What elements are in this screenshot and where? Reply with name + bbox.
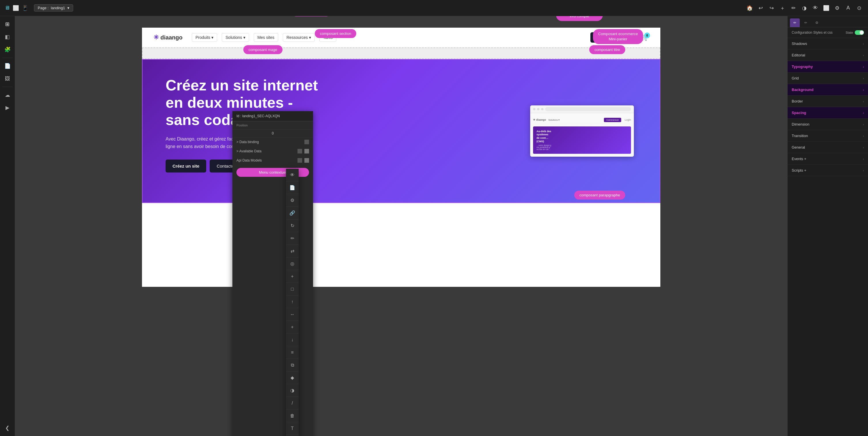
panel-section-editorial[interactable]: Editorial ›: [788, 50, 868, 61]
font-icon[interactable]: A: [844, 5, 852, 11]
tool-link[interactable]: 🔗: [286, 207, 299, 219]
mini-hero-text: Au-delà dessystèmesde cont…(CMS): [536, 130, 627, 144]
nav-link-produits-arrow: ▾: [211, 35, 213, 40]
panel-section-typography[interactable]: Typography ›: [788, 61, 868, 72]
page-selector[interactable]: Page : landing1 ▾: [34, 4, 73, 11]
sidebar-item-pages[interactable]: 📄: [2, 60, 13, 72]
state-label: State: [845, 31, 853, 34]
tool-file[interactable]: 📄: [286, 181, 299, 194]
panel-grid-label: Grid: [792, 76, 799, 80]
panel-dimension-label: Dimension: [792, 122, 809, 126]
tooltip-composant-titre: composant titre: [589, 45, 625, 54]
logo-text: diaango: [160, 34, 183, 41]
panel-section-scripts[interactable]: Scripts + ›: [788, 165, 868, 176]
tool-slash[interactable]: /: [286, 397, 299, 409]
panel-section-spacing[interactable]: Spacing ›: [788, 107, 868, 119]
panel-section-shadows[interactable]: Shadows ›: [788, 38, 868, 50]
settings-icon[interactable]: ⚙: [833, 5, 841, 11]
tool-pen[interactable]: ✏: [286, 232, 299, 245]
edit-icon[interactable]: ✏: [789, 5, 798, 11]
mini-hero-section: Au-delà dessystèmesde cont…(CMS) …votre …: [533, 126, 631, 154]
tool-settings[interactable]: ⚙: [286, 194, 299, 207]
nav-logo: ✳ diaango: [154, 34, 183, 41]
tool-trash2[interactable]: 🗑: [286, 435, 299, 436]
tool-trash1[interactable]: 🗑: [286, 409, 299, 422]
state-toggle[interactable]: [855, 30, 864, 35]
top-toolbar: 🖥 ⬜ 📱 Page : landing1 ▾ 🏠 ↩ ↪ ＋ ✏ ◑ 👁 ⬜ …: [0, 0, 868, 16]
state-toggle-wrap: State: [845, 30, 864, 35]
nav-link-solutions-label: Solutions: [225, 35, 242, 40]
tool-circle[interactable]: ◎: [286, 257, 299, 270]
sidebar-item-video[interactable]: ▶: [2, 102, 13, 114]
tool-plus2[interactable]: +: [286, 321, 299, 334]
data-binding-checkbox: [304, 140, 309, 144]
logo-star-icon: ✳: [154, 34, 159, 41]
contrast-icon[interactable]: ◑: [800, 5, 809, 11]
tool-t-up[interactable]: ↑: [286, 295, 299, 308]
nav-link-mes-sites[interactable]: Mes sites: [254, 33, 278, 42]
tooltip-composant-paragraphe: composant parapgraphe: [574, 191, 625, 199]
window-icon[interactable]: ⬜: [822, 5, 831, 11]
tool-align[interactable]: ≡: [286, 346, 299, 359]
right-tab-edit[interactable]: ✏: [790, 19, 800, 27]
sidebar-item-cloud[interactable]: ☁: [2, 89, 13, 101]
tool-layers[interactable]: ⧉: [286, 359, 299, 372]
home-icon[interactable]: 🏠: [745, 5, 754, 11]
nav-link-ressources-arrow: ▾: [309, 35, 311, 40]
config-icon[interactable]: ⊙: [855, 5, 863, 11]
panel-section-border[interactable]: Border ›: [788, 96, 868, 107]
sidebar-item-components[interactable]: 🧩: [2, 44, 13, 55]
panel-section-events[interactable]: Events + ›: [788, 153, 868, 165]
tool-expand-h[interactable]: ↔: [286, 308, 299, 321]
context-data-binding[interactable]: > Data binding: [232, 137, 313, 147]
add-icon[interactable]: ＋: [778, 5, 787, 11]
undo-icon[interactable]: ↩: [756, 5, 765, 11]
tool-t-down[interactable]: ↓: [286, 334, 299, 346]
tool-plus[interactable]: +: [286, 270, 299, 283]
sidebar-item-grid[interactable]: ⊞: [2, 19, 13, 30]
context-available-data[interactable]: > Available Data: [232, 147, 313, 156]
sidebar-item-layers[interactable]: ◧: [2, 31, 13, 42]
panel-typography-label: Typography: [792, 64, 813, 69]
tool-arrows[interactable]: ⇄: [286, 245, 299, 257]
tool-contrast[interactable]: ◑: [286, 384, 299, 397]
eye-icon[interactable]: 👁: [811, 5, 819, 11]
nav-link-solutions-arrow: ▾: [243, 35, 245, 40]
nav-link-ressources[interactable]: Ressources ▾: [283, 33, 315, 42]
panel-section-general[interactable]: General ›: [788, 142, 868, 153]
tool-eye[interactable]: 👁: [286, 169, 299, 181]
nav-link-ressources-label: Ressources: [286, 35, 308, 40]
tool-drop[interactable]: ◆: [286, 372, 299, 384]
tool-text[interactable]: T: [286, 422, 299, 435]
tools-column: 👁 📄 ⚙ 🔗 ↻ ✏ ⇄ ◎ + □ ↑ ↔ + ↓ ≡ ⧉ ◆: [286, 169, 299, 436]
cart-badge: 0: [644, 33, 650, 38]
main-layout: ⊞ ◧ 🧩 📄 🖼 ☁ ▶ ❮ ✳ diaango Produits ▾: [0, 16, 868, 436]
tooltip-composant-menu: composant menu: [292, 16, 331, 17]
panel-section-dimension[interactable]: Dimension ›: [788, 119, 868, 130]
spacing-arrow: ›: [863, 111, 864, 115]
hero-title: Créez un site interneten deux minutes -s…: [165, 77, 516, 128]
right-tab-code[interactable]: ✏: [801, 19, 811, 27]
sidebar-item-media[interactable]: 🖼: [2, 73, 13, 84]
tablet-icon[interactable]: ⬜: [13, 5, 19, 11]
tool-refresh[interactable]: ↻: [286, 219, 299, 232]
sidebar-collapse-btn[interactable]: ❮: [2, 422, 13, 434]
hero-btn-creer[interactable]: Créez un site: [165, 159, 206, 173]
tooltip-composant-section: composant section: [315, 29, 356, 38]
sidebar-divider-2: [2, 87, 13, 87]
mobile-icon[interactable]: 📱: [22, 5, 28, 11]
tool-square[interactable]: □: [286, 283, 299, 295]
nav-link-produits[interactable]: Produits ▾: [192, 33, 217, 42]
nav-link-solutions[interactable]: Solutions ▾: [222, 33, 249, 42]
right-tab-settings[interactable]: ⚙: [812, 19, 822, 27]
border-arrow: ›: [863, 100, 864, 103]
context-api-data[interactable]: Api Data Models: [232, 156, 313, 165]
panel-section-background[interactable]: Background ›: [788, 84, 868, 96]
panel-section-transition[interactable]: Transition ›: [788, 130, 868, 142]
desktop-icon[interactable]: 🖥: [5, 5, 10, 11]
toggle-knob: [860, 31, 864, 35]
canvas-area[interactable]: ✳ diaango Produits ▾ Solutions ▾ Mes sit…: [15, 16, 787, 436]
redo-icon[interactable]: ↪: [767, 5, 776, 11]
mini-logo: ✳ diaango: [533, 118, 546, 121]
panel-section-grid[interactable]: Grid ›: [788, 72, 868, 84]
